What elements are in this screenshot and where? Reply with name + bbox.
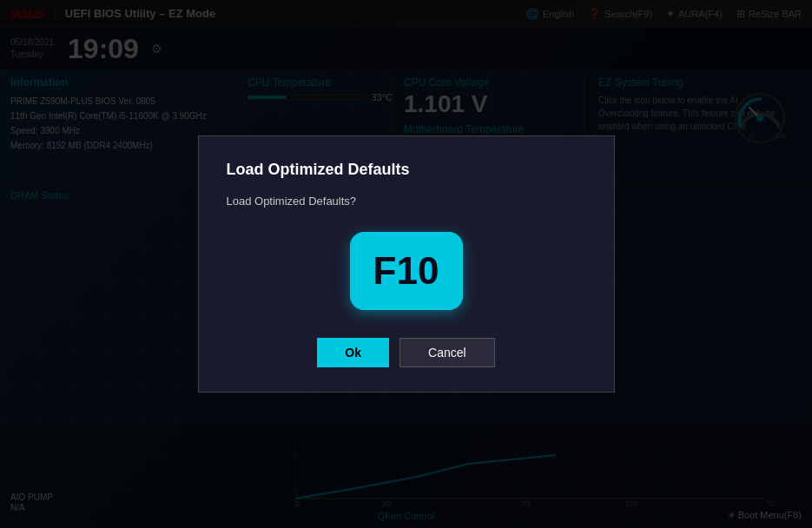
load-defaults-modal: Load Optimized Defaults Load Optimized D… <box>198 135 615 393</box>
modal-buttons: Ok Cancel <box>227 338 586 367</box>
f10-key-label: F10 <box>373 249 439 293</box>
modal-title: Load Optimized Defaults <box>227 161 586 179</box>
f10-key-container: F10 <box>227 232 586 310</box>
ok-button[interactable]: Ok <box>317 338 389 367</box>
modal-subtitle: Load Optimized Defaults? <box>227 195 586 208</box>
f10-key-graphic: F10 <box>350 232 463 310</box>
cancel-button[interactable]: Cancel <box>399 338 495 367</box>
